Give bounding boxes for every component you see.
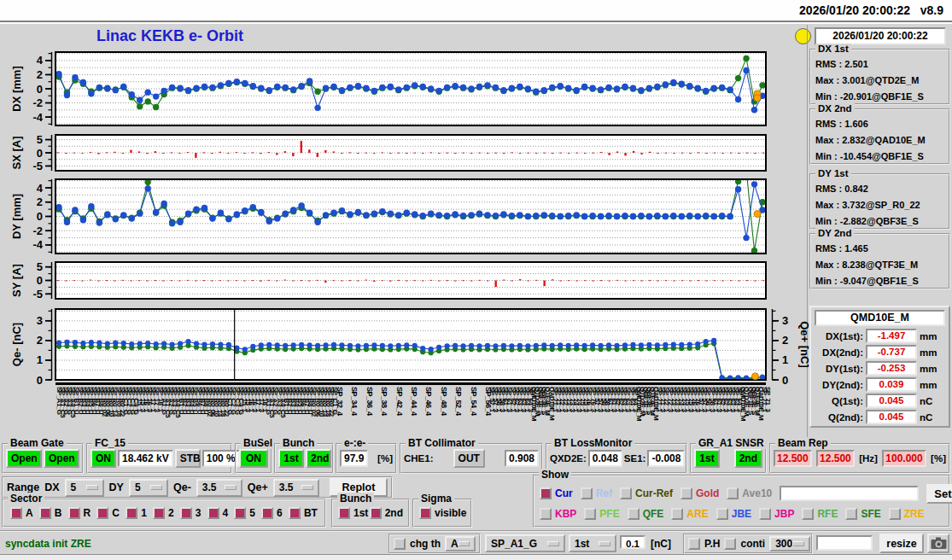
bt-collimator-out-button[interactable]: OUT — [453, 449, 485, 468]
svg-text:0: 0 — [37, 83, 43, 96]
sector-checkbox-1[interactable] — [126, 507, 137, 519]
fc-15-stb-button[interactable]: STB — [175, 449, 201, 468]
sector-toggle-bt: BT — [289, 507, 318, 519]
busel-on-button[interactable]: ON — [239, 449, 268, 468]
conti-checkbox[interactable] — [724, 538, 736, 550]
svg-text:1: 1 — [782, 353, 788, 366]
bunch-1st-button[interactable]: 1st — [278, 449, 304, 468]
range-dx-dropdown[interactable]: 5 — [65, 479, 104, 497]
show-toggle-rfe: RFE — [802, 508, 838, 520]
show-checkbox-jbe[interactable] — [716, 508, 728, 520]
show-checkbox-gold[interactable] — [680, 487, 692, 499]
bunch-group-label: Bunch — [280, 437, 317, 449]
sector-toggle-4: 4 — [207, 507, 229, 519]
plot-dx[interactable]: 420-2-4DX [mm] — [0, 51, 809, 126]
sector-checkbox-b[interactable] — [39, 507, 51, 519]
count-dropdown[interactable]: 300 — [769, 536, 810, 551]
chg-th-dropdown[interactable]: A — [445, 536, 476, 551]
fc-15-group: FC_15ON18.462 kVSTB100 % — [86, 443, 232, 474]
sector-checkbox-6[interactable] — [261, 507, 273, 519]
sector-checkbox-2[interactable] — [153, 507, 165, 519]
beam-gate-open-button[interactable]: Open — [44, 449, 79, 468]
sector-checkbox-c[interactable] — [96, 507, 108, 519]
sector-toggle-2: 2 — [153, 507, 174, 519]
monitor-row-value: -0.737 — [866, 345, 917, 359]
show-group: Show CurRefCur-RefGoldAve10Set Ref KBPPF… — [533, 475, 950, 528]
gr-a1-snsr-1st-button[interactable]: 1st — [694, 449, 720, 468]
busel-group-label: BuSel — [241, 437, 275, 449]
range-dy-dropdown[interactable]: 5 — [129, 479, 168, 497]
monitor-row-unit: nC — [920, 412, 932, 423]
sigma-checkbox-visible[interactable] — [419, 507, 431, 519]
show-checkbox-qfe[interactable] — [628, 508, 640, 520]
threshold-value[interactable]: 0.1 — [620, 535, 645, 549]
show-checkbox-kbp[interactable] — [540, 508, 552, 520]
chg-th-checkbox[interactable] — [394, 538, 406, 550]
bunch-2nd-button[interactable]: 2nd — [306, 449, 331, 468]
range-toolbar: Range DX5DY5Qe-3.5Qe+3.5 Replot — [2, 476, 393, 499]
bunch-dropdown[interactable]: 1st — [569, 534, 616, 552]
device-value: SP_A1_G — [491, 538, 537, 550]
plot-sy[interactable]: 50-5SY [A] — [0, 261, 809, 300]
beam-rep-12-500-display: 12.500 — [816, 450, 855, 467]
sector-label-b: B — [55, 507, 62, 519]
show-toggle-jbe: JBE — [716, 508, 751, 520]
show-toggle-qfe: QFE — [628, 508, 664, 520]
sector-checkbox-a[interactable] — [10, 507, 22, 519]
set-ref-button[interactable]: Set Ref — [926, 484, 952, 504]
bunch-toggle-1st: 1st — [338, 507, 368, 519]
bunch-checkbox-2nd[interactable] — [370, 507, 382, 519]
show-checkbox-ave10[interactable] — [727, 487, 739, 499]
show-checkbox-are[interactable] — [671, 508, 683, 520]
show-label-rfe: RFE — [817, 508, 838, 520]
bpm-name-label: SP_36_4 — [365, 387, 373, 416]
sector-checkbox-bt[interactable] — [289, 507, 301, 519]
stat-lines: RMS : 1.606Max : 2.832@QAD10E_MMin : -10… — [811, 110, 949, 165]
show-checkbox-pfe[interactable] — [584, 508, 596, 520]
dropdown-dash-icon — [301, 485, 313, 490]
show-checkbox-sfe[interactable] — [845, 508, 857, 520]
sector-checkbox-3[interactable] — [180, 507, 192, 519]
gr-a1-snsr-2nd-button[interactable]: 2nd — [734, 449, 762, 468]
stat-box-title: DX 1st — [815, 44, 851, 54]
sector-items: ABRC123456BT — [3, 500, 324, 526]
axis-label-sy: SY [A] — [10, 264, 23, 297]
range-title: Range — [7, 481, 39, 493]
monitor-row-label: DY(1st): — [814, 364, 863, 374]
plot-dy[interactable]: 420-2-4DY [mm] — [0, 178, 809, 254]
fc-15-on-button[interactable]: ON — [91, 449, 116, 468]
plot-qe[interactable]: 3210Qe- [nC]3210Qe+ [nC] — [0, 308, 809, 381]
bt-lossmonitor-se1-label: SE1: — [624, 453, 646, 464]
show-checkbox-cur-ref[interactable] — [620, 487, 632, 499]
ph-checkbox[interactable] — [688, 538, 700, 550]
sector-label-c: C — [112, 507, 120, 519]
bunch-value: 1st — [575, 538, 589, 550]
plot-sx[interactable]: 50-5SX [A] — [0, 134, 809, 172]
camera-button[interactable] — [927, 534, 949, 553]
range-qe-label: Qe- — [173, 481, 191, 493]
range-qe-dropdown[interactable]: 3.5 — [273, 479, 319, 497]
monitor-row-value: 0.039 — [866, 377, 917, 392]
show-checkbox-ref[interactable] — [581, 487, 593, 499]
monitor-row: DY(2nd):0.039mm — [814, 377, 946, 392]
show-checkbox-cur[interactable] — [540, 487, 552, 499]
resize-button[interactable]: resize — [879, 534, 924, 553]
bunch-checkbox-1st[interactable] — [338, 507, 350, 519]
ref-name-input[interactable] — [780, 486, 919, 501]
show-checkbox-zre[interactable] — [889, 508, 901, 520]
show-toggle-sfe: SFE — [845, 508, 880, 520]
show-checkbox-jbp[interactable] — [759, 508, 771, 520]
sector-checkbox-5[interactable] — [234, 507, 246, 519]
sector-toggle-b: B — [39, 507, 62, 519]
beam-gate-open-button[interactable]: Open — [6, 449, 42, 468]
beam-rep-group: Beam Rep12.50012.500[Hz]100.000[%] — [769, 443, 950, 474]
range-qe-dropdown[interactable]: 3.5 — [196, 479, 242, 497]
sector-checkbox-4[interactable] — [207, 507, 219, 519]
bt-lossmonitor-qxd2e-label: QXD2E: — [550, 453, 587, 464]
sector-checkbox-r[interactable] — [68, 507, 80, 519]
statusbar-input[interactable] — [816, 535, 873, 551]
device-dropdown[interactable]: SP_A1_G — [485, 534, 565, 552]
svg-text:-2: -2 — [32, 225, 43, 237]
show-checkbox-rfe[interactable] — [802, 508, 814, 520]
sector-label-a: A — [26, 507, 33, 519]
